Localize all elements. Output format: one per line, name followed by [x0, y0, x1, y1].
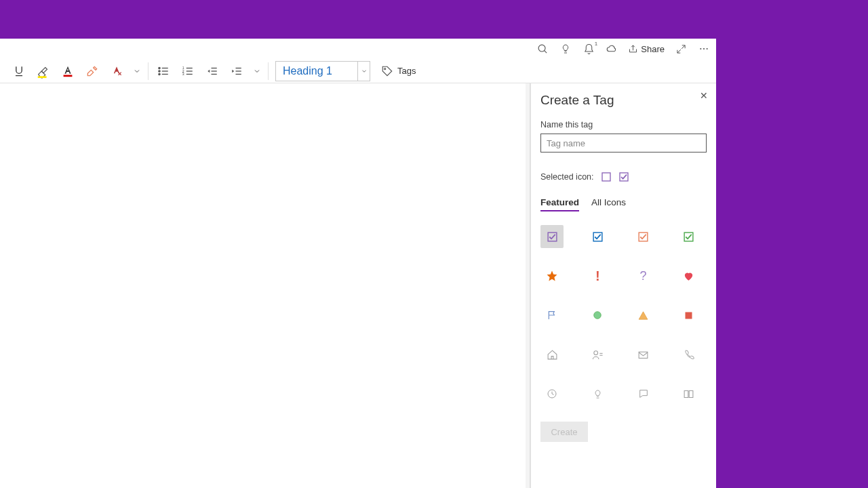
svg-point-9: [159, 67, 160, 68]
svg-point-11: [159, 73, 160, 75]
increase-indent-button[interactable]: [224, 60, 249, 82]
style-select[interactable]: Heading 1: [275, 61, 370, 81]
divider: [268, 62, 269, 80]
icon-flag[interactable]: [540, 304, 564, 327]
icon-triangle-yellow[interactable]: [632, 304, 655, 327]
scrollbar[interactable]: [526, 83, 530, 488]
svg-rect-28: [602, 173, 610, 181]
notifications-icon[interactable]: 1: [582, 42, 595, 56]
close-icon[interactable]: ✕: [700, 90, 708, 101]
underline-button[interactable]: [7, 60, 31, 82]
lightbulb-icon[interactable]: [559, 42, 572, 56]
app-window: 1 Share: [0, 39, 716, 488]
icon-home[interactable]: [540, 343, 564, 366]
icon-mail[interactable]: [632, 343, 655, 366]
clear-formatting-button[interactable]: [104, 60, 129, 82]
selected-icon-label: Selected icon:: [540, 172, 594, 182]
icon-question[interactable]: ?: [632, 264, 655, 287]
format-painter-button[interactable]: [80, 60, 104, 82]
create-tag-panel: ✕ Create a Tag Name this tag Selected ic…: [530, 83, 716, 488]
svg-text:3: 3: [182, 72, 184, 76]
share-label: Share: [641, 44, 665, 54]
note-canvas[interactable]: [0, 83, 530, 488]
font-color-button[interactable]: [56, 60, 80, 82]
svg-point-10: [159, 70, 160, 71]
chevron-down-icon[interactable]: [357, 62, 370, 81]
tab-all-icons[interactable]: All Icons: [591, 197, 626, 211]
font-dropdown-button[interactable]: [129, 60, 145, 82]
icon-circle-green[interactable]: [586, 304, 609, 327]
svg-rect-6: [64, 75, 73, 77]
title-bar: 1 Share: [0, 39, 716, 59]
style-select-label: Heading 1: [276, 65, 357, 77]
main-area: ✕ Create a Tag Name this tag Selected ic…: [0, 83, 716, 488]
selected-icon-row: Selected icon:: [540, 171, 707, 182]
notification-badge: 1: [595, 41, 597, 47]
tab-featured[interactable]: Featured: [540, 197, 579, 211]
icon-star[interactable]: [540, 264, 564, 287]
tag-name-input[interactable]: [540, 134, 707, 152]
checkbox-checked-icon: [618, 171, 629, 182]
icon-clock[interactable]: [540, 382, 564, 405]
decrease-indent-button[interactable]: [200, 60, 224, 82]
cloud-sync-icon[interactable]: [605, 42, 618, 56]
svg-point-4: [707, 48, 708, 49]
tags-label: Tags: [397, 66, 416, 76]
ribbon-toolbar: 123 Heading 1 Tags: [0, 59, 716, 83]
paragraph-dropdown-button[interactable]: [249, 60, 265, 82]
more-icon[interactable]: [697, 42, 711, 56]
svg-point-2: [700, 48, 701, 49]
icon-checkbox-purple[interactable]: [540, 225, 564, 248]
bulleted-list-button[interactable]: [151, 60, 176, 82]
icon-exclamation[interactable]: !: [586, 264, 609, 287]
tag-icon: [381, 65, 393, 77]
name-field-label: Name this tag: [540, 120, 707, 129]
svg-point-36: [594, 350, 598, 354]
svg-rect-35: [686, 312, 692, 319]
tags-button[interactable]: Tags: [377, 62, 420, 80]
icon-contact[interactable]: [586, 343, 609, 366]
numbered-list-button[interactable]: 123: [176, 60, 200, 82]
icon-tabs: Featured All Icons: [540, 197, 707, 211]
svg-point-0: [538, 45, 545, 52]
icon-heart[interactable]: [677, 264, 701, 287]
icon-phone[interactable]: [677, 343, 701, 366]
svg-line-1: [544, 50, 547, 53]
highlight-button[interactable]: [31, 60, 56, 82]
icon-checkbox-orange[interactable]: [632, 225, 655, 248]
checkbox-empty-icon: [601, 171, 612, 182]
svg-point-27: [384, 68, 386, 69]
svg-point-3: [703, 48, 705, 49]
icon-checkbox-green[interactable]: [677, 225, 701, 248]
svg-point-34: [594, 312, 601, 319]
icon-lightbulb[interactable]: [586, 382, 609, 405]
search-icon[interactable]: [536, 42, 549, 56]
share-button[interactable]: Share: [628, 44, 665, 54]
panel-title: Create a Tag: [540, 93, 707, 108]
icon-square-red[interactable]: [677, 304, 701, 327]
svg-rect-5: [38, 76, 47, 78]
fullscreen-icon[interactable]: [674, 42, 688, 56]
divider: [148, 62, 149, 80]
create-button[interactable]: Create: [540, 422, 588, 442]
icon-grid: ! ?: [540, 225, 707, 405]
icon-book[interactable]: [677, 382, 701, 405]
icon-chat[interactable]: [632, 382, 655, 405]
icon-checkbox-blue[interactable]: [586, 225, 609, 248]
svg-rect-39: [639, 352, 648, 358]
